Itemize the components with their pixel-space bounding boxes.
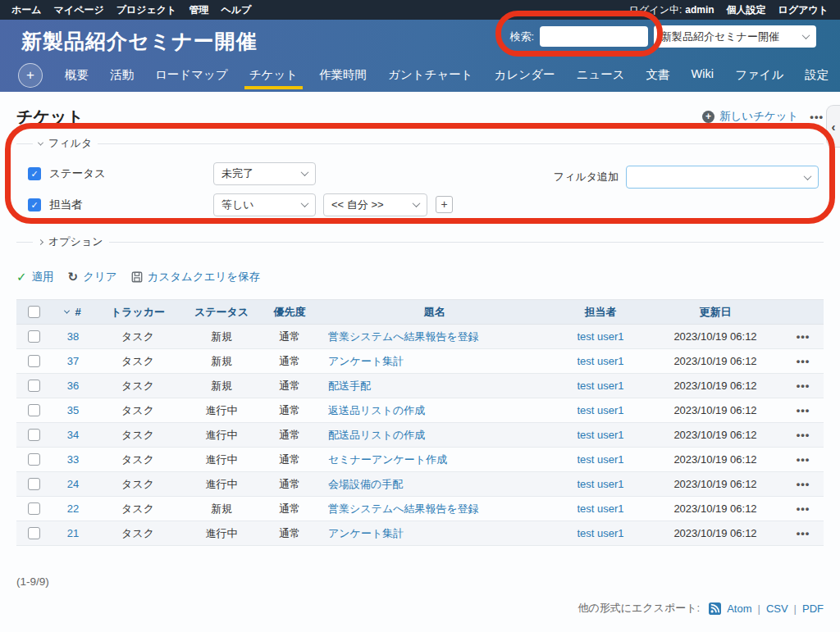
export-atom-link[interactable]: Atom: [727, 602, 751, 615]
assignee-filter-checkbox[interactable]: ✓: [28, 198, 41, 211]
options-legend-toggle[interactable]: オプション: [33, 234, 109, 249]
page-more-menu-button[interactable]: •••: [810, 111, 824, 123]
nav-tab[interactable]: ニュース: [565, 67, 635, 92]
issue-subject-link[interactable]: 配送品リストの作成: [328, 429, 425, 441]
topbar-menu-item[interactable]: マイページ: [54, 3, 104, 17]
column-header-tracker[interactable]: トラッカー: [95, 300, 180, 325]
row-more-menu-button[interactable]: •••: [797, 429, 810, 441]
assignee-operator-select[interactable]: 等しい: [213, 193, 316, 216]
export-line: 他の形式にエクスポート: Atom | CSV | PDF: [16, 601, 824, 616]
row-checkbox[interactable]: [28, 355, 40, 367]
issue-id-link[interactable]: 37: [67, 355, 79, 367]
assignee-link[interactable]: test user1: [577, 527, 623, 539]
row-more-menu-button[interactable]: •••: [797, 527, 810, 539]
column-header-subject[interactable]: 題名: [317, 300, 553, 325]
add-filter-select[interactable]: [626, 166, 819, 189]
row-checkbox[interactable]: [28, 502, 40, 515]
topbar-menu-item[interactable]: 管理: [189, 3, 208, 17]
add-value-button[interactable]: +: [436, 196, 453, 213]
column-header-updated[interactable]: 更新日: [648, 300, 783, 325]
sidebar-collapse-button[interactable]: ‹: [826, 105, 840, 148]
pagination-info: (1-9/9): [16, 575, 824, 588]
row-checkbox[interactable]: [28, 404, 40, 416]
row-more-menu-button[interactable]: •••: [797, 404, 810, 416]
nav-tab[interactable]: ガントチャート: [377, 67, 484, 92]
issue-id-link[interactable]: 33: [67, 453, 79, 466]
apply-button[interactable]: ✓ 適用: [16, 270, 54, 284]
issue-subject-link[interactable]: 営業システムへ結果報告を登録: [328, 502, 479, 515]
export-csv-link[interactable]: CSV: [766, 602, 788, 615]
row-more-menu-button[interactable]: •••: [797, 355, 810, 367]
priority-cell: 通常: [262, 349, 317, 374]
filters-legend-toggle[interactable]: フィルタ: [33, 136, 98, 151]
select-all-checkbox[interactable]: [28, 306, 40, 318]
nav-tab[interactable]: カレンダー: [484, 67, 566, 92]
clear-button[interactable]: ↻ クリア: [68, 270, 117, 284]
column-header-id[interactable]: #: [51, 300, 95, 325]
issue-subject-link[interactable]: 配送手配: [328, 380, 371, 392]
current-user-link[interactable]: admin: [685, 4, 714, 16]
nav-tab[interactable]: ファイル: [724, 67, 794, 92]
assignee-link[interactable]: test user1: [577, 330, 623, 343]
topbar-menu-item[interactable]: ホーム: [11, 3, 42, 17]
assignee-value-select[interactable]: << 自分 >>: [323, 193, 427, 216]
issue-row: 34 タスク 進行中 通常 配送品リストの作成 test user1 2023/…: [16, 423, 824, 448]
issue-subject-link[interactable]: 返送品リストの作成: [328, 404, 425, 416]
status-filter-checkbox[interactable]: ✓: [28, 167, 41, 180]
row-checkbox[interactable]: [28, 429, 40, 441]
search-input[interactable]: [540, 26, 648, 47]
nav-tab[interactable]: 活動: [99, 67, 144, 92]
nav-tab[interactable]: 設定: [794, 67, 839, 92]
issue-id-link[interactable]: 36: [67, 380, 79, 392]
quick-add-button[interactable]: +: [18, 63, 43, 88]
nav-tab[interactable]: 作業時間: [308, 67, 377, 92]
row-more-menu-button[interactable]: •••: [797, 478, 810, 490]
export-pdf-link[interactable]: PDF: [802, 602, 824, 615]
nav-tab[interactable]: 概要: [54, 67, 99, 92]
issue-id-link[interactable]: 21: [67, 527, 79, 539]
row-checkbox[interactable]: [28, 527, 40, 539]
status-operator-select[interactable]: 未完了: [213, 162, 316, 185]
my-account-link[interactable]: 個人設定: [727, 3, 766, 17]
column-header-assignee[interactable]: 担当者: [553, 300, 648, 325]
row-checkbox[interactable]: [28, 330, 40, 343]
assignee-link[interactable]: test user1: [577, 380, 623, 392]
assignee-link[interactable]: test user1: [577, 453, 623, 466]
save-query-button[interactable]: カスタムクエリを保存: [131, 270, 261, 284]
row-checkbox[interactable]: [28, 380, 40, 392]
assignee-link[interactable]: test user1: [577, 478, 623, 490]
nav-tab[interactable]: Wiki: [681, 67, 724, 92]
issue-id-link[interactable]: 34: [67, 429, 79, 441]
project-jump-select[interactable]: 新製品紹介セミナー開催: [654, 25, 816, 48]
logout-link[interactable]: ログアウト: [778, 3, 829, 17]
column-header-priority[interactable]: 優先度: [262, 300, 317, 325]
issue-subject-link[interactable]: アンケート集計: [328, 355, 404, 367]
row-more-menu-button[interactable]: •••: [797, 330, 810, 343]
issue-id-link[interactable]: 35: [67, 404, 79, 416]
topbar-menu-item[interactable]: ヘルプ: [221, 3, 251, 17]
topbar: ホーム マイページ プロジェクト 管理 ヘルプ ログイン中: admin 個人設…: [0, 0, 840, 20]
row-checkbox[interactable]: [28, 453, 40, 466]
issue-id-link[interactable]: 24: [67, 478, 79, 490]
row-more-menu-button[interactable]: •••: [797, 502, 810, 515]
row-checkbox[interactable]: [28, 478, 40, 490]
nav-tab[interactable]: チケット: [239, 67, 308, 92]
assignee-link[interactable]: test user1: [577, 502, 623, 515]
row-more-menu-button[interactable]: •••: [797, 380, 810, 392]
nav-tab[interactable]: 文書: [636, 67, 681, 92]
issue-subject-link[interactable]: セミナーアンケート作成: [328, 453, 447, 466]
assignee-link[interactable]: test user1: [577, 429, 623, 441]
topbar-menu-item[interactable]: プロジェクト: [116, 3, 177, 17]
new-ticket-button[interactable]: + 新しいチケット: [702, 109, 798, 124]
nav-tab[interactable]: ロードマップ: [144, 67, 239, 92]
row-more-menu-button[interactable]: •••: [797, 453, 810, 466]
options-fieldset: オプション: [16, 234, 824, 256]
issue-id-link[interactable]: 38: [67, 330, 79, 343]
assignee-link[interactable]: test user1: [577, 404, 623, 416]
issue-subject-link[interactable]: 営業システムへ結果報告を登録: [328, 330, 479, 343]
issue-subject-link[interactable]: 会場設備の手配: [328, 478, 403, 490]
column-header-status[interactable]: ステータス: [180, 300, 262, 325]
issue-id-link[interactable]: 22: [67, 502, 79, 515]
issue-subject-link[interactable]: アンケート集計: [328, 527, 404, 539]
assignee-link[interactable]: test user1: [577, 355, 623, 367]
